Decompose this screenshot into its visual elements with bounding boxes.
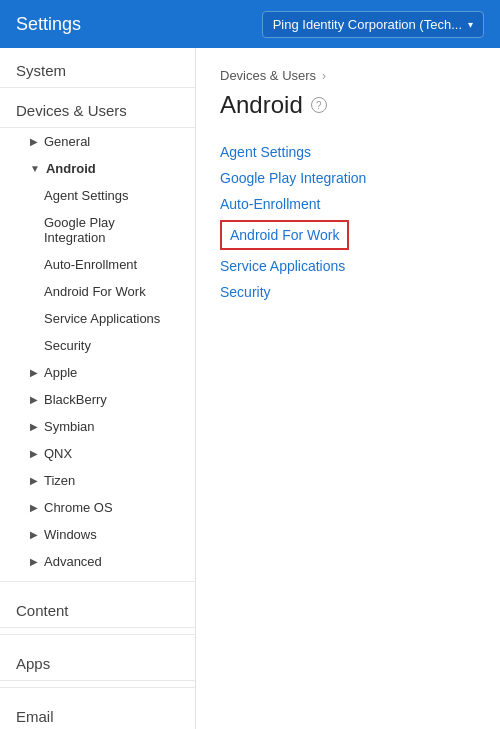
sidebar-item-google-play[interactable]: Google Play Integration — [0, 209, 195, 251]
sidebar-item-label: General — [44, 134, 90, 149]
nav-link-service-applications[interactable]: Service Applications — [220, 253, 476, 279]
main-layout: System Devices & Users ▶ General ▼ Andro… — [0, 48, 500, 729]
sidebar-item-android[interactable]: ▼ Android — [0, 155, 195, 182]
breadcrumb-separator: › — [322, 69, 326, 83]
arrow-right-icon: ▶ — [30, 502, 38, 513]
nav-link-agent-settings[interactable]: Agent Settings — [220, 139, 476, 165]
sidebar-item-label: Google Play Integration — [44, 215, 179, 245]
arrow-down-icon: ▼ — [30, 163, 40, 174]
sidebar-item-label: Tizen — [44, 473, 75, 488]
nav-link-google-play-integration[interactable]: Google Play Integration — [220, 165, 476, 191]
sidebar-item-windows[interactable]: ▶ Windows — [0, 521, 195, 548]
sidebar-item-symbian[interactable]: ▶ Symbian — [0, 413, 195, 440]
sidebar-item-label: Advanced — [44, 554, 102, 569]
arrow-right-icon: ▶ — [30, 529, 38, 540]
sidebar-item-label: Security — [44, 338, 91, 353]
chevron-down-icon: ▾ — [468, 19, 473, 30]
breadcrumb: Devices & Users › — [220, 68, 476, 83]
header: Settings Ping Identity Corporation (Tech… — [0, 0, 500, 48]
sidebar-item-general[interactable]: ▶ General — [0, 128, 195, 155]
sidebar-section-devices-users[interactable]: Devices & Users — [0, 88, 195, 128]
sidebar-item-label: Apple — [44, 365, 77, 380]
main-content: Devices & Users › Android ? Agent Settin… — [196, 48, 500, 729]
sidebar-item-chrome-os[interactable]: ▶ Chrome OS — [0, 494, 195, 521]
sidebar-section-system[interactable]: System — [0, 48, 195, 88]
nav-link-auto-enrollment[interactable]: Auto-Enrollment — [220, 191, 476, 217]
sidebar-item-auto-enrollment[interactable]: Auto-Enrollment — [0, 251, 195, 278]
sidebar-item-label: BlackBerry — [44, 392, 107, 407]
sidebar-item-advanced[interactable]: ▶ Advanced — [0, 548, 195, 575]
sidebar-item-label: Symbian — [44, 419, 95, 434]
arrow-right-icon: ▶ — [30, 556, 38, 567]
arrow-right-icon: ▶ — [30, 475, 38, 486]
sidebar-item-service-applications[interactable]: Service Applications — [0, 305, 195, 332]
sidebar-item-agent-settings[interactable]: Agent Settings — [0, 182, 195, 209]
arrow-right-icon: ▶ — [30, 448, 38, 459]
breadcrumb-parent[interactable]: Devices & Users — [220, 68, 316, 83]
sidebar-item-apple[interactable]: ▶ Apple — [0, 359, 195, 386]
page-title-text: Android — [220, 91, 303, 119]
sidebar-item-label: Windows — [44, 527, 97, 542]
help-icon[interactable]: ? — [311, 97, 327, 113]
org-label: Ping Identity Corporation (Tech... — [273, 17, 462, 32]
sidebar: System Devices & Users ▶ General ▼ Andro… — [0, 48, 196, 729]
app-title: Settings — [16, 14, 81, 35]
org-selector[interactable]: Ping Identity Corporation (Tech... ▾ — [262, 11, 484, 38]
nav-link-security[interactable]: Security — [220, 279, 476, 305]
sidebar-item-label: QNX — [44, 446, 72, 461]
sidebar-item-label: Chrome OS — [44, 500, 113, 515]
sidebar-item-security[interactable]: Security — [0, 332, 195, 359]
nav-links-list: Agent Settings Google Play Integration A… — [220, 139, 476, 305]
sidebar-item-label: Android For Work — [44, 284, 146, 299]
divider — [0, 634, 195, 635]
sidebar-item-blackberry[interactable]: ▶ BlackBerry — [0, 386, 195, 413]
sidebar-item-label: Android — [46, 161, 96, 176]
nav-link-android-for-work[interactable]: Android For Work — [220, 220, 349, 250]
sidebar-section-content[interactable]: Content — [0, 588, 195, 628]
arrow-right-icon: ▶ — [30, 367, 38, 378]
sidebar-item-qnx[interactable]: ▶ QNX — [0, 440, 195, 467]
sidebar-item-label: Agent Settings — [44, 188, 129, 203]
divider — [0, 581, 195, 582]
sidebar-item-android-for-work[interactable]: Android For Work — [0, 278, 195, 305]
sidebar-section-email[interactable]: Email — [0, 694, 195, 729]
arrow-right-icon: ▶ — [30, 421, 38, 432]
sidebar-item-label: Auto-Enrollment — [44, 257, 137, 272]
sidebar-item-label: Service Applications — [44, 311, 160, 326]
sidebar-item-tizen[interactable]: ▶ Tizen — [0, 467, 195, 494]
divider — [0, 687, 195, 688]
sidebar-section-apps[interactable]: Apps — [0, 641, 195, 681]
arrow-right-icon: ▶ — [30, 136, 38, 147]
page-title: Android ? — [220, 91, 476, 119]
arrow-right-icon: ▶ — [30, 394, 38, 405]
